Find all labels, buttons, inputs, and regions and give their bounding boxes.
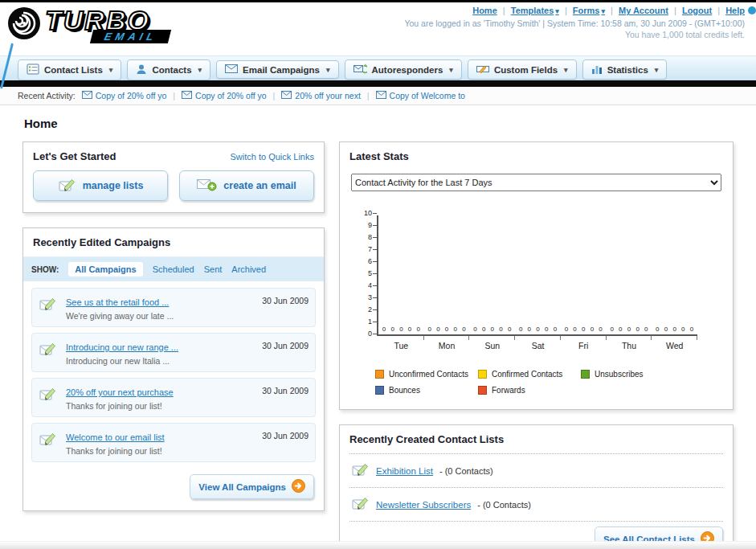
envelope-icon [281,91,292,100]
tab-autoresponders[interactable]: Autoresponders ▾ [345,59,462,80]
tab-contact-lists[interactable]: Contact Lists ▾ [18,59,121,80]
header-link-my-account[interactable]: My Account [619,6,668,15]
show-label: SHOW: [31,265,59,274]
recent-activity-link[interactable]: Copy of 20% off yo [195,91,267,100]
chart-bar-group: 0 0 0 0 0Tue [378,215,424,334]
campaign-title-link[interactable]: See us at the retail food ... [66,297,169,307]
campaign-row[interactable]: Welcome to our email list Thanks for joi… [31,423,316,462]
footer-strip [0,541,756,549]
x-axis-label: Wed [652,341,697,350]
chart-bar-group: 0 0 0 0 0Sat [515,215,561,334]
contact-list-row[interactable]: Exhibition List - (0 Contacts) [349,454,723,488]
contact-list-link[interactable]: Exhibition List [376,466,433,476]
campaign-subtitle: Thanks for joining our list! [66,446,255,456]
nav-divider-bar [0,80,756,87]
contact-list-link[interactable]: Newsletter Subscribers [376,500,471,510]
tab-statistics[interactable]: Statistics ▾ [582,59,668,80]
recent-activity-label: Recent Activity: [18,91,76,100]
legend-label: Bounces [389,386,420,395]
view-all-campaigns-button[interactable]: View All Campaigns [190,474,314,499]
x-axis-label: Sat [515,341,561,350]
separator: | [273,91,276,100]
campaign-row[interactable]: 20% off your next purchase Thanks for jo… [31,378,316,417]
recent-activity-item[interactable]: Copy of 20% off yo [182,91,267,100]
recent-activity-bar: Recent Activity: Copy of 20% off yo | Co… [0,87,756,105]
left-column: Let's Get Started Switch to Quick Links … [22,141,325,511]
chart-bar-group: 0 0 0 0 0Thu [607,215,652,334]
campaign-title-link[interactable]: 20% off your next purchase [66,387,174,397]
recent-activity-link[interactable]: Copy of Welcome to [390,91,465,100]
legend-item: Unconfirmed Contacts [375,370,478,379]
header: TURBO EMAIL Home | Templates▾ | Forms▾ |… [0,2,756,55]
envelope-plus-icon [197,178,217,194]
manage-lists-button[interactable]: manage lists [33,170,168,201]
y-tick-mark [373,273,377,274]
campaign-row[interactable]: See us at the retail food ... We're givi… [31,288,316,327]
campaign-row[interactable]: Introducing our new range ... Introducin… [31,333,316,372]
credits-info: You have 1,000 total credits left. [404,30,745,39]
tab-label: Email Campaigns [243,65,320,75]
stats-period-select[interactable]: Contact Activity for the Last 7 Days [351,174,721,191]
y-tick-mark [373,322,377,322]
filter-tab-archived[interactable]: Archived [231,264,266,274]
turbo-email-logo[interactable]: TURBO EMAIL [6,6,170,44]
header-link-forms[interactable]: Forms▾ [573,6,605,15]
header-link-logout[interactable]: Logout [682,6,712,15]
tab-label: Contacts [152,65,191,75]
create-email-button[interactable]: create an email [179,170,314,201]
filter-tab-scheduled[interactable]: Scheduled [153,264,194,274]
autoresponders-icon [353,64,367,76]
header-link-templates[interactable]: Templates▾ [511,6,559,15]
app-window: TURBO EMAIL Home | Templates▾ | Forms▾ |… [0,0,756,549]
latest-stats-panel: Latest Stats Contact Activity for the La… [339,141,734,410]
recent-activity-item[interactable]: Copy of Welcome to [376,91,465,100]
x-axis-label: Tue [378,341,424,350]
separator: | [173,91,175,100]
manage-lists-label: manage lists [83,180,144,191]
chart-legend: Unconfirmed ContactsConfirmed ContactsUn… [375,370,721,395]
dropdown-arrow-icon: ▾ [655,66,659,74]
tab-contacts[interactable]: Contacts ▾ [127,59,210,80]
recent-activity-link[interactable]: 20% off your next [295,91,361,100]
header-right: Home | Templates▾ | Forms▾ | My Account … [404,6,745,39]
recent-activity-item[interactable]: 20% off your next [281,91,361,100]
y-tick-mark [373,237,377,238]
right-column: Latest Stats Contact Activity for the La… [339,141,734,549]
x-axis-label: Thu [607,341,652,350]
campaign-title-link[interactable]: Welcome to our email list [66,432,165,442]
y-tick-label: 6 [359,257,372,265]
filter-tab-all-campaigns[interactable]: All Campaigns [68,262,142,277]
custom-fields-icon [476,64,489,76]
tab-custom-fields[interactable]: Custom Fields ▾ [468,59,577,80]
y-tick-label: 2 [359,305,372,313]
y-tick-label: 10 [359,209,372,217]
switch-quick-links-link[interactable]: Switch to Quick Links [230,152,314,162]
x-axis-label: Mon [424,341,470,350]
edit-list-icon [351,495,370,514]
legend-item: Bounces [375,386,478,395]
campaign-title-link[interactable]: Introducing our new range ... [66,342,178,352]
edit-campaign-icon [39,429,59,449]
contact-list-row[interactable]: Newsletter Subscribers - (0 Contacts) [349,488,723,522]
chart-bar-group: 0 0 0 0 0Fri [561,215,607,334]
tab-label: Contact Lists [44,65,103,75]
arrow-right-icon [292,479,305,494]
recent-activity-item[interactable]: Copy of 20% off yo [82,91,167,100]
recent-activity-link[interactable]: Copy of 20% off yo [96,91,167,100]
y-tick-mark [373,285,377,286]
legend-swatch [375,370,384,379]
bar-value-labels: 0 0 0 0 0 [378,326,424,333]
contact-lists-title: Recently Created Contact Lists [349,433,504,445]
dropdown-arrow-icon: ▾ [109,66,113,74]
y-tick-mark [373,297,377,298]
separator: | [367,91,370,100]
separator: | [674,6,676,15]
y-tick-mark [373,334,377,334]
tab-email-campaigns[interactable]: Email Campaigns ▾ [216,60,338,79]
pencil-icon [58,177,76,195]
campaign-filter-tabs: SHOW: All Campaigns Scheduled Sent Archi… [23,256,324,281]
header-link-help[interactable]: Help [725,6,745,15]
filter-tab-sent[interactable]: Sent [204,264,223,274]
header-link-home[interactable]: Home [472,6,497,15]
campaign-rows: See us at the retail food ... We're givi… [23,281,324,469]
